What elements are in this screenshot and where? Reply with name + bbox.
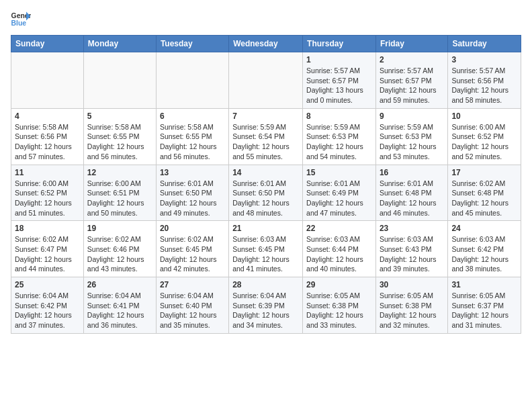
day-info: Sunrise: 6:01 AM Sunset: 6:49 PM Dayligh… [306, 179, 372, 218]
calendar-week-row: 25Sunrise: 6:04 AM Sunset: 6:42 PM Dayli… [11, 277, 521, 334]
day-number: 31 [451, 280, 517, 289]
day-info: Sunrise: 6:02 AM Sunset: 6:46 PM Dayligh… [87, 234, 152, 274]
calendar-cell: 8Sunrise: 5:59 AM Sunset: 6:53 PM Daylig… [303, 108, 376, 165]
day-number: 11 [15, 168, 80, 177]
day-number: 3 [451, 55, 517, 64]
calendar-cell: 24Sunrise: 6:03 AM Sunset: 6:42 PM Dayli… [448, 221, 521, 277]
day-info: Sunrise: 6:00 AM Sunset: 6:52 PM Dayligh… [451, 122, 517, 162]
day-info: Sunrise: 5:59 AM Sunset: 6:53 PM Dayligh… [380, 122, 444, 162]
weekday-header-row: SundayMondayTuesdayWednesdayThursdayFrid… [11, 36, 521, 52]
day-info: Sunrise: 5:57 AM Sunset: 6:57 PM Dayligh… [380, 66, 444, 105]
weekday-header-sunday: Sunday [11, 36, 84, 52]
weekday-header-friday: Friday [375, 36, 447, 52]
day-number: 6 [160, 111, 225, 121]
weekday-header-wednesday: Wednesday [229, 36, 303, 52]
calendar-cell: 2Sunrise: 5:57 AM Sunset: 6:57 PM Daylig… [375, 52, 447, 109]
day-info: Sunrise: 6:01 AM Sunset: 6:48 PM Dayligh… [380, 179, 444, 218]
day-info: Sunrise: 6:03 AM Sunset: 6:44 PM Dayligh… [306, 234, 372, 274]
day-info: Sunrise: 6:04 AM Sunset: 6:39 PM Dayligh… [232, 291, 299, 330]
calendar-cell: 7Sunrise: 5:59 AM Sunset: 6:54 PM Daylig… [229, 108, 303, 165]
calendar-cell [229, 52, 303, 109]
calendar-cell: 23Sunrise: 6:03 AM Sunset: 6:43 PM Dayli… [375, 221, 447, 277]
day-number: 19 [87, 224, 152, 233]
day-number: 17 [451, 168, 517, 177]
day-number: 10 [451, 111, 517, 121]
day-info: Sunrise: 6:03 AM Sunset: 6:43 PM Dayligh… [380, 234, 444, 274]
day-number: 14 [232, 168, 299, 177]
calendar-week-row: 1Sunrise: 5:57 AM Sunset: 6:57 PM Daylig… [11, 52, 521, 109]
day-number: 27 [160, 280, 225, 289]
day-info: Sunrise: 6:05 AM Sunset: 6:38 PM Dayligh… [306, 291, 372, 330]
calendar-cell: 26Sunrise: 6:04 AM Sunset: 6:41 PM Dayli… [83, 277, 156, 334]
calendar-cell: 16Sunrise: 6:01 AM Sunset: 6:48 PM Dayli… [375, 165, 447, 221]
day-number: 16 [380, 168, 444, 177]
calendar-cell: 15Sunrise: 6:01 AM Sunset: 6:49 PM Dayli… [303, 165, 376, 221]
day-number: 24 [451, 224, 517, 233]
day-info: Sunrise: 6:03 AM Sunset: 6:45 PM Dayligh… [232, 234, 299, 274]
calendar-cell: 9Sunrise: 5:59 AM Sunset: 6:53 PM Daylig… [375, 108, 447, 165]
day-info: Sunrise: 5:58 AM Sunset: 6:55 PM Dayligh… [160, 122, 225, 162]
day-number: 25 [15, 280, 80, 289]
weekday-header-thursday: Thursday [303, 36, 376, 52]
calendar-cell: 28Sunrise: 6:04 AM Sunset: 6:39 PM Dayli… [229, 277, 303, 334]
calendar-cell [11, 52, 84, 109]
day-number: 26 [87, 280, 152, 289]
weekday-header-tuesday: Tuesday [156, 36, 228, 52]
day-number: 20 [160, 224, 225, 233]
calendar-cell: 1Sunrise: 5:57 AM Sunset: 6:57 PM Daylig… [303, 52, 376, 109]
calendar-cell: 22Sunrise: 6:03 AM Sunset: 6:44 PM Dayli… [303, 221, 376, 277]
day-info: Sunrise: 5:59 AM Sunset: 6:54 PM Dayligh… [232, 122, 299, 162]
day-number: 9 [380, 111, 444, 121]
calendar-cell: 21Sunrise: 6:03 AM Sunset: 6:45 PM Dayli… [229, 221, 303, 277]
day-info: Sunrise: 6:02 AM Sunset: 6:47 PM Dayligh… [15, 234, 80, 274]
day-number: 28 [232, 280, 299, 289]
calendar-week-row: 11Sunrise: 6:00 AM Sunset: 6:52 PM Dayli… [11, 165, 521, 221]
calendar-cell: 3Sunrise: 5:57 AM Sunset: 6:56 PM Daylig… [448, 52, 521, 109]
day-info: Sunrise: 5:57 AM Sunset: 6:56 PM Dayligh… [451, 66, 517, 105]
logo-icon: General Blue [11, 11, 31, 27]
day-number: 4 [15, 111, 80, 121]
day-info: Sunrise: 5:59 AM Sunset: 6:53 PM Dayligh… [306, 122, 372, 162]
day-info: Sunrise: 5:58 AM Sunset: 6:55 PM Dayligh… [87, 122, 152, 162]
day-info: Sunrise: 6:04 AM Sunset: 6:41 PM Dayligh… [87, 291, 152, 330]
day-info: Sunrise: 6:00 AM Sunset: 6:51 PM Dayligh… [87, 179, 152, 218]
day-number: 1 [306, 55, 372, 64]
calendar-cell: 4Sunrise: 5:58 AM Sunset: 6:56 PM Daylig… [11, 108, 84, 165]
calendar-cell: 10Sunrise: 6:00 AM Sunset: 6:52 PM Dayli… [448, 108, 521, 165]
day-number: 15 [306, 168, 372, 177]
day-info: Sunrise: 6:05 AM Sunset: 6:37 PM Dayligh… [451, 291, 517, 330]
day-number: 30 [380, 280, 444, 289]
day-info: Sunrise: 6:01 AM Sunset: 6:50 PM Dayligh… [160, 179, 225, 218]
page-header: General Blue [11, 11, 521, 27]
calendar-cell: 20Sunrise: 6:02 AM Sunset: 6:45 PM Dayli… [156, 221, 228, 277]
day-info: Sunrise: 6:01 AM Sunset: 6:50 PM Dayligh… [232, 179, 299, 218]
calendar-cell: 25Sunrise: 6:04 AM Sunset: 6:42 PM Dayli… [11, 277, 84, 334]
day-info: Sunrise: 6:00 AM Sunset: 6:52 PM Dayligh… [15, 179, 80, 218]
calendar-cell: 18Sunrise: 6:02 AM Sunset: 6:47 PM Dayli… [11, 221, 84, 277]
day-info: Sunrise: 6:02 AM Sunset: 6:45 PM Dayligh… [160, 234, 225, 274]
day-number: 5 [87, 111, 152, 121]
calendar-cell: 29Sunrise: 6:05 AM Sunset: 6:38 PM Dayli… [303, 277, 376, 334]
day-number: 7 [232, 111, 299, 121]
calendar-cell: 14Sunrise: 6:01 AM Sunset: 6:50 PM Dayli… [229, 165, 303, 221]
day-number: 8 [306, 111, 372, 121]
calendar-cell: 13Sunrise: 6:01 AM Sunset: 6:50 PM Dayli… [156, 165, 228, 221]
day-number: 18 [15, 224, 80, 233]
day-number: 12 [87, 168, 152, 177]
svg-text:Blue: Blue [11, 19, 27, 27]
calendar-cell: 17Sunrise: 6:02 AM Sunset: 6:48 PM Dayli… [448, 165, 521, 221]
day-info: Sunrise: 6:02 AM Sunset: 6:48 PM Dayligh… [451, 179, 517, 218]
logo: General Blue [11, 11, 34, 27]
calendar-cell: 11Sunrise: 6:00 AM Sunset: 6:52 PM Dayli… [11, 165, 84, 221]
calendar-cell: 19Sunrise: 6:02 AM Sunset: 6:46 PM Dayli… [83, 221, 156, 277]
calendar-cell: 31Sunrise: 6:05 AM Sunset: 6:37 PM Dayli… [448, 277, 521, 334]
calendar-cell: 30Sunrise: 6:05 AM Sunset: 6:38 PM Dayli… [375, 277, 447, 334]
calendar-week-row: 18Sunrise: 6:02 AM Sunset: 6:47 PM Dayli… [11, 221, 521, 277]
calendar-cell: 12Sunrise: 6:00 AM Sunset: 6:51 PM Dayli… [83, 165, 156, 221]
calendar-cell: 6Sunrise: 5:58 AM Sunset: 6:55 PM Daylig… [156, 108, 228, 165]
day-number: 23 [380, 224, 444, 233]
day-info: Sunrise: 6:04 AM Sunset: 6:42 PM Dayligh… [15, 291, 80, 330]
day-info: Sunrise: 6:03 AM Sunset: 6:42 PM Dayligh… [451, 234, 517, 274]
day-number: 29 [306, 280, 372, 289]
calendar-cell [83, 52, 156, 109]
